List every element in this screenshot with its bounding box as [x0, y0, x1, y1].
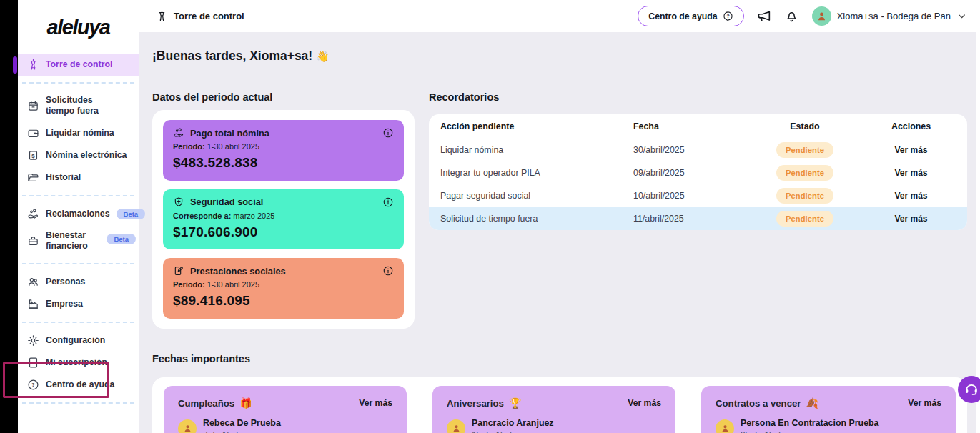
people-icon: [27, 276, 39, 288]
announcements-megaphone-icon[interactable]: [756, 9, 772, 24]
notifications-bell-icon[interactable]: [784, 9, 800, 24]
briefcase-icon: [27, 235, 39, 247]
control-tower-icon: [27, 59, 39, 71]
table-row-highlighted: Solicitud de tiempo fuera 11/abril/2025 …: [429, 207, 967, 230]
date-cell: 09/abril/2025: [633, 168, 755, 178]
sidebar: aleluya Torre de control Solicitudes tie…: [18, 0, 139, 433]
column-header: Estado: [755, 121, 855, 131]
period-label: Periodo:: [173, 142, 205, 151]
table-header-row: Acción pendiente Fecha Estado Acciones: [429, 114, 967, 139]
ver-mas-link[interactable]: Ver más: [908, 398, 941, 408]
ver-mas-link[interactable]: Ver más: [855, 214, 967, 224]
user-menu[interactable]: Xioma+sa - Bodega de Pan: [812, 6, 967, 26]
folder-icon: [27, 171, 39, 184]
gift-emoji: 🎁: [239, 397, 252, 409]
sidebar-item-personas[interactable]: Personas: [18, 271, 139, 293]
sidebar-item-historial[interactable]: Historial: [18, 166, 139, 189]
trophy-emoji: 🏆: [509, 397, 521, 409]
period-value: 1-30 abril 2025: [207, 142, 259, 151]
table-row: Liquidar nómina 30/abril/2025 Pendiente …: [429, 139, 967, 161]
metric-period: Periodo: 1-30 abril 2025: [173, 142, 394, 151]
action-cell: Liquidar nómina: [440, 145, 633, 155]
headset-icon: [964, 381, 979, 399]
help-center-label: Centro de ayuda: [648, 11, 717, 21]
question-circle-icon: [723, 11, 733, 21]
window-edge: [976, 32, 980, 433]
column-header: Fecha: [633, 121, 755, 131]
period-label: Corresponde a:: [173, 211, 231, 220]
info-icon[interactable]: [382, 265, 394, 277]
sidebar-item-nomina-electronica[interactable]: Nómina electrónica: [18, 144, 139, 166]
support-chat-button[interactable]: [958, 376, 980, 403]
info-icon[interactable]: [382, 196, 394, 208]
sidebar-item-label: Centro de ayuda: [46, 379, 114, 390]
anniversaries-card: Aniversarios 🏆 Ver más Pancracio Aranjue…: [432, 386, 675, 433]
ver-mas-link[interactable]: Ver más: [628, 398, 661, 408]
person-date: 7 de Abril: [203, 429, 281, 433]
ver-mas-link[interactable]: Ver más: [855, 168, 967, 178]
column-header: Acciones: [855, 121, 967, 131]
dollar-document-icon: [27, 149, 39, 161]
metric-amount: $170.606.900: [173, 224, 394, 240]
status-badge: Pendiente: [776, 211, 833, 227]
waving-hand-emoji: 👋: [316, 50, 330, 62]
sidebar-item-label: Empresa: [46, 299, 83, 309]
person-entry: Pancracio Aranjuez 15 de Abril: [447, 418, 661, 433]
period-section-title: Datos del periodo actual: [152, 91, 272, 103]
person-date: 25 de Abril: [741, 429, 878, 433]
avatar: [716, 419, 734, 433]
beta-badge: Beta: [117, 209, 146, 219]
document-pencil-icon: [173, 265, 184, 277]
reminders-table: Acción pendiente Fecha Estado Acciones L…: [429, 114, 967, 230]
sidebar-item-centro-de-ayuda[interactable]: Centro de ayuda: [18, 374, 139, 396]
column-header: Acción pendiente: [440, 121, 633, 131]
control-tower-icon: [156, 10, 168, 22]
person-name: Rebeca De Prueba: [203, 418, 281, 429]
breadcrumb: Torre de control: [156, 10, 244, 22]
sidebar-item-torre-de-control[interactable]: Torre de control: [18, 54, 139, 76]
metric-card-seguridad-social: Seguridad social Corresponde a: marzo 20…: [163, 189, 404, 250]
sidebar-item-bienestar-financiero[interactable]: Bienestar financiero Beta: [18, 225, 139, 257]
date-cell: 30/abril/2025: [633, 145, 755, 155]
action-cell: Solicitud de tiempo fuera: [440, 214, 633, 224]
chevron-down-icon: [956, 11, 967, 21]
important-dates-card: Cumpleaños 🎁 Ver más Rebeca De Prueba 7 …: [152, 377, 967, 433]
ver-mas-link[interactable]: Ver más: [855, 191, 967, 201]
date-cell: 10/abril/2025: [633, 191, 755, 201]
dates-section-title: Fechas importantes: [152, 353, 250, 364]
sidebar-item-label: Configuración: [46, 335, 105, 346]
birthdays-card: Cumpleaños 🎁 Ver más Rebeca De Prueba 7 …: [164, 386, 407, 433]
sidebar-item-mi-suscripcion[interactable]: Mi suscripción: [18, 352, 139, 374]
sidebar-item-configuracion[interactable]: Configuración: [18, 329, 139, 352]
ver-mas-link[interactable]: Ver más: [855, 145, 967, 155]
ver-mas-link[interactable]: Ver más: [359, 398, 392, 408]
sidebar-item-solicitudes-tiempo-fuera[interactable]: Solicitudes tiempo fuera: [18, 90, 139, 122]
person-entry: Persona En Contratacion Prueba 25 de Abr…: [716, 418, 941, 433]
divider: [22, 322, 134, 323]
sidebar-item-label: Personas: [46, 277, 85, 287]
question-circle-icon: [27, 379, 39, 391]
shield-plus-icon: [173, 196, 184, 208]
leaf-emoji: 🍂: [806, 397, 818, 409]
metric-title: Seguridad social: [190, 196, 263, 207]
topbar: Torre de control Centro de ayuda Xioma+s…: [139, 0, 980, 32]
info-icon[interactable]: [382, 127, 394, 139]
sidebar-item-label: Nómina electrónica: [46, 150, 127, 161]
metric-title: Pago total nómina: [190, 128, 269, 139]
period-value: marzo 2025: [233, 211, 274, 220]
aleluya-logo: aleluya: [18, 0, 139, 49]
hand-coin-icon: [27, 208, 39, 220]
gear-icon: [27, 334, 39, 347]
wallet-icon: [27, 127, 39, 139]
subscription-document-icon: [27, 357, 39, 369]
period-data-card: Pago total nómina Periodo: 1-30 abril 20…: [152, 110, 415, 329]
beta-badge: Beta: [107, 234, 136, 244]
sidebar-item-reclamaciones[interactable]: Reclamaciones Beta: [18, 203, 139, 225]
user-name: Xioma+sa - Bodega de Pan: [837, 11, 951, 21]
sidebar-item-liquidar-nomina[interactable]: Liquidar nómina: [18, 122, 139, 144]
person-date: 15 de Abril: [472, 429, 554, 433]
sidebar-item-label: Reclamaciones: [46, 209, 110, 219]
person-name: Persona En Contratacion Prueba: [741, 418, 878, 429]
help-center-button[interactable]: Centro de ayuda: [638, 6, 743, 26]
sidebar-item-empresa[interactable]: Empresa: [18, 293, 139, 315]
